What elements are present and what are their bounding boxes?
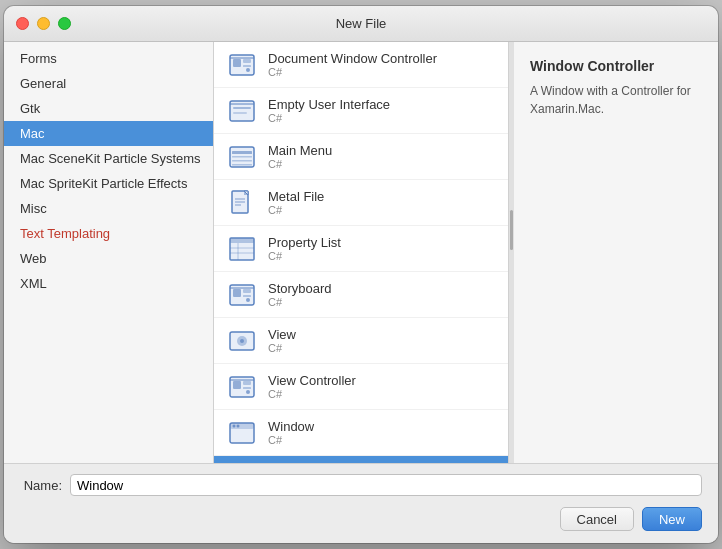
content-area: FormsGeneralGtkMacMac SceneKit Particle …	[4, 42, 718, 463]
svg-rect-11	[232, 151, 252, 154]
titlebar: New File	[4, 6, 718, 42]
file-icon	[226, 49, 258, 81]
file-name: Main Menu	[268, 143, 332, 158]
file-icon	[226, 371, 258, 403]
file-icon	[226, 325, 258, 357]
window-title: New File	[336, 16, 387, 31]
button-row: Cancel New	[20, 507, 702, 531]
svg-rect-8	[233, 112, 247, 114]
svg-rect-37	[243, 387, 251, 389]
sidebar-item[interactable]: Misc	[4, 196, 213, 221]
sidebar-item[interactable]: Text Templating	[4, 221, 213, 246]
svg-rect-21	[230, 238, 254, 243]
file-list-item[interactable]: Property ListC#	[214, 226, 508, 272]
scrollbar-thumb[interactable]	[510, 210, 513, 250]
svg-rect-27	[243, 289, 251, 293]
file-name: View	[268, 327, 296, 342]
new-file-dialog: New File FormsGeneralGtkMacMac SceneKit …	[4, 6, 718, 543]
svg-point-43	[237, 424, 240, 427]
sidebar-item[interactable]: Mac SceneKit Particle Systems	[4, 146, 213, 171]
svg-rect-26	[233, 289, 241, 297]
name-input[interactable]	[70, 474, 702, 496]
sidebar-item[interactable]: Web	[4, 246, 213, 271]
file-name: Empty User Interface	[268, 97, 390, 112]
sidebar-item[interactable]: Mac SpriteKit Particle Effects	[4, 171, 213, 196]
sidebar-item[interactable]: Gtk	[4, 96, 213, 121]
file-info: StoryboardC#	[268, 281, 332, 308]
file-list-item[interactable]: Empty User InterfaceC#	[214, 88, 508, 134]
file-info: Empty User InterfaceC#	[268, 97, 390, 124]
file-list-item[interactable]: Window ControllerC#	[214, 456, 508, 463]
file-sub: C#	[268, 158, 332, 170]
file-list-item[interactable]: StoryboardC#	[214, 272, 508, 318]
detail-description: A Window with a Controller for Xamarin.M…	[530, 82, 702, 118]
scrollbar-divider	[509, 42, 514, 463]
svg-rect-2	[243, 59, 251, 63]
file-sub: C#	[268, 296, 332, 308]
svg-rect-36	[243, 381, 251, 385]
file-list-item[interactable]: WindowC#	[214, 410, 508, 456]
file-sub: C#	[268, 250, 341, 262]
svg-rect-7	[233, 107, 251, 109]
file-info: View ControllerC#	[268, 373, 356, 400]
sidebar-item[interactable]: XML	[4, 271, 213, 296]
svg-point-38	[246, 390, 250, 394]
file-info: Metal FileC#	[268, 189, 324, 216]
file-sub: C#	[268, 388, 356, 400]
file-name: Storyboard	[268, 281, 332, 296]
file-sub: C#	[268, 342, 296, 354]
file-icon	[226, 417, 258, 449]
name-label: Name:	[20, 478, 62, 493]
bottom-bar: Name: Cancel New	[4, 463, 718, 543]
file-list-item[interactable]: Main MenuC#	[214, 134, 508, 180]
file-name: Property List	[268, 235, 341, 250]
name-row: Name:	[20, 474, 702, 496]
file-name: Window	[268, 419, 314, 434]
svg-point-33	[240, 339, 244, 343]
file-list-item[interactable]: View ControllerC#	[214, 364, 508, 410]
file-sub: C#	[268, 204, 324, 216]
file-info: Document Window ControllerC#	[268, 51, 437, 78]
svg-rect-13	[232, 160, 252, 162]
cancel-button[interactable]: Cancel	[560, 507, 634, 531]
file-list-item[interactable]: ViewC#	[214, 318, 508, 364]
svg-rect-28	[243, 295, 251, 297]
file-list: Document Window ControllerC# Empty User …	[214, 42, 509, 463]
minimize-button[interactable]	[37, 17, 50, 30]
file-sub: C#	[268, 112, 390, 124]
file-name: Document Window Controller	[268, 51, 437, 66]
file-name: Metal File	[268, 189, 324, 204]
sidebar: FormsGeneralGtkMacMac SceneKit Particle …	[4, 42, 214, 463]
file-info: Main MenuC#	[268, 143, 332, 170]
svg-point-4	[246, 68, 250, 72]
sidebar-item[interactable]: General	[4, 71, 213, 96]
close-button[interactable]	[16, 17, 29, 30]
maximize-button[interactable]	[58, 17, 71, 30]
sidebar-item[interactable]: Forms	[4, 46, 213, 71]
sidebar-item[interactable]: Mac	[4, 121, 213, 146]
file-list-item[interactable]: Document Window ControllerC#	[214, 42, 508, 88]
file-info: Property ListC#	[268, 235, 341, 262]
svg-point-42	[233, 424, 236, 427]
new-button[interactable]: New	[642, 507, 702, 531]
window-buttons	[16, 17, 71, 30]
svg-rect-3	[243, 65, 251, 67]
file-icon	[226, 233, 258, 265]
svg-rect-14	[232, 164, 252, 166]
file-name: View Controller	[268, 373, 356, 388]
file-info: ViewC#	[268, 327, 296, 354]
file-sub: C#	[268, 66, 437, 78]
file-icon	[226, 279, 258, 311]
svg-point-29	[246, 298, 250, 302]
file-icon	[226, 141, 258, 173]
file-list-item[interactable]: Metal FileC#	[214, 180, 508, 226]
file-icon	[226, 187, 258, 219]
file-sub: C#	[268, 434, 314, 446]
svg-rect-12	[232, 156, 252, 158]
svg-rect-35	[233, 381, 241, 389]
svg-rect-1	[233, 59, 241, 67]
detail-title: Window Controller	[530, 58, 702, 74]
detail-panel: Window Controller A Window with a Contro…	[514, 42, 718, 463]
file-info: WindowC#	[268, 419, 314, 446]
file-icon	[226, 95, 258, 127]
